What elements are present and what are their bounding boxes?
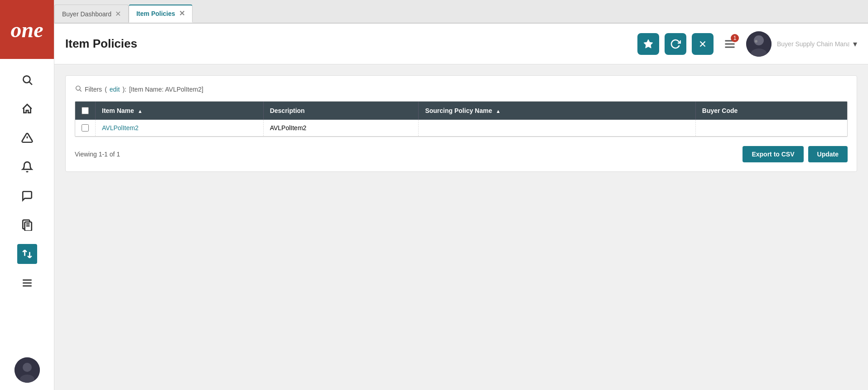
sidebar-bottom [14, 357, 40, 390]
table-row: AVLPolItem2 AVLPolItem2 [75, 120, 847, 136]
row-buyer-code-cell [695, 120, 847, 136]
tab-close-buyer-dashboard[interactable]: ✕ [115, 10, 121, 18]
svg-point-23 [755, 40, 757, 43]
row-item-name-link[interactable]: AVLPolItem2 [102, 124, 139, 132]
sidebar: one [0, 0, 54, 390]
sidebar-item-messages[interactable] [17, 186, 37, 206]
favorite-button[interactable] [637, 33, 659, 55]
refresh-button[interactable] [665, 33, 686, 55]
table-header-row: Item Name ▲ Description Sourcing Policy … [75, 102, 847, 120]
select-all-checkbox[interactable] [82, 107, 89, 114]
sidebar-nav [17, 59, 37, 357]
filters-paren-close: ): [122, 86, 126, 93]
sidebar-item-documents[interactable] [17, 215, 37, 235]
user-avatar[interactable] [746, 31, 772, 57]
row-item-name-cell: AVLPolItem2 [96, 120, 264, 136]
row-description-cell: AVLPolItem2 [263, 120, 419, 136]
main-card: Filters ( edit ): [Item Name: AVLPolItem… [65, 75, 857, 172]
tab-label-buyer-dashboard: Buyer Dashboard [62, 10, 111, 18]
data-table-wrapper: Item Name ▲ Description Sourcing Policy … [75, 101, 848, 137]
sidebar-item-notifications[interactable] [17, 157, 37, 177]
page-content: Filters ( edit ): [Item Name: AVLPolItem… [54, 64, 868, 390]
svg-line-1 [29, 82, 32, 85]
footer-buttons: Export to CSV Update [743, 146, 848, 162]
filters-paren-open: ( [105, 86, 107, 93]
column-header-description[interactable]: Description [263, 102, 419, 120]
notification-badge: 1 [731, 34, 739, 42]
logo[interactable]: one [0, 0, 54, 59]
data-table: Item Name ▲ Description Sourcing Policy … [75, 102, 847, 136]
filters-edit-link[interactable]: edit [110, 86, 120, 93]
main-area: Buyer Dashboard ✕ Item Policies ✕ Item P… [54, 0, 868, 390]
row-checkbox[interactable] [82, 124, 89, 132]
sort-arrow-item-name: ▲ [138, 108, 143, 114]
svg-point-24 [76, 86, 80, 90]
user-name: Buyer Supply Chain Manager [777, 40, 849, 48]
sidebar-item-home[interactable] [17, 99, 37, 119]
menu-icon-button[interactable]: 1 [719, 33, 741, 55]
column-header-item-name[interactable]: Item Name ▲ [96, 102, 264, 120]
dropdown-arrow-icon[interactable]: ▾ [853, 39, 857, 49]
column-header-buyer-code[interactable]: Buyer Code [695, 102, 847, 120]
tab-bar: Buyer Dashboard ✕ Item Policies ✕ [54, 0, 868, 24]
row-checkbox-cell [75, 120, 96, 136]
filters-active-value: [Item Name: AVLPolItem2] [129, 86, 203, 93]
svg-point-0 [23, 76, 30, 83]
sidebar-item-search[interactable] [17, 70, 37, 90]
sidebar-item-transfer[interactable] [17, 244, 37, 264]
row-sourcing-policy-cell [419, 120, 695, 136]
sidebar-item-hamburger[interactable] [17, 273, 37, 293]
filters-bar: Filters ( edit ): [Item Name: AVLPolItem… [75, 85, 848, 94]
table-body: AVLPolItem2 AVLPolItem2 [75, 120, 847, 136]
select-all-column [75, 102, 96, 120]
viewing-count: Viewing 1-1 of 1 [75, 151, 120, 158]
header-actions: 1 Buyer Supply Chain Manager ▾ [637, 31, 857, 57]
column-header-sourcing-policy-name[interactable]: Sourcing Policy Name ▲ [419, 102, 695, 120]
logo-text: one [11, 17, 43, 42]
table-footer: Viewing 1-1 of 1 Export to CSV Update [75, 146, 848, 162]
filter-icon [75, 85, 82, 94]
tab-buyer-dashboard[interactable]: Buyer Dashboard ✕ [54, 5, 129, 23]
export-csv-button[interactable]: Export to CSV [743, 146, 803, 162]
page-title: Item Policies [65, 37, 137, 51]
sort-arrow-sourcing-policy-name: ▲ [496, 108, 501, 114]
tab-label-item-policies: Item Policies [136, 10, 175, 17]
sidebar-user-avatar[interactable] [14, 357, 40, 383]
svg-marker-14 [644, 39, 653, 48]
update-button[interactable]: Update [808, 146, 848, 162]
close-button[interactable] [692, 33, 714, 55]
sidebar-item-alerts[interactable] [17, 128, 37, 148]
svg-line-25 [80, 90, 82, 92]
tab-item-policies[interactable]: Item Policies ✕ [129, 5, 193, 23]
svg-point-12 [23, 363, 32, 372]
filters-label: Filters [85, 86, 102, 93]
user-info[interactable]: Buyer Supply Chain Manager ▾ [777, 39, 857, 49]
page-header: Item Policies 1 [54, 24, 868, 64]
tab-close-item-policies[interactable]: ✕ [179, 10, 185, 17]
